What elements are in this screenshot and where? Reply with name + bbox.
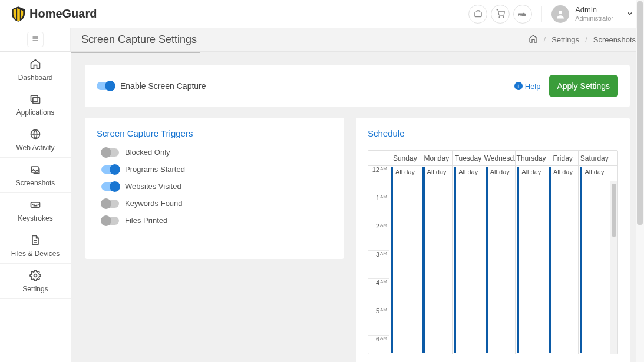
key-icon[interactable] [513, 5, 532, 24]
day-head-friday[interactable]: Friday [547, 151, 579, 165]
sidebar-item-web-activity[interactable]: Web Activity [0, 122, 71, 158]
tab-accent [71, 52, 200, 53]
day-head-sunday[interactable]: Sunday [389, 151, 421, 165]
avatar-icon [551, 5, 569, 23]
trigger-files-printed: Files Printed [97, 216, 332, 225]
shield-icon [12, 6, 25, 22]
allday-event[interactable]: All day [422, 167, 451, 353]
trigger-label: Programs Started [125, 165, 185, 174]
breadcrumb-screenshots[interactable]: Screenshots [593, 35, 636, 44]
triggers-title: Screen Capture Triggers [97, 128, 332, 138]
enable-label: Enable Screen Capture [120, 81, 206, 91]
trigger-label: Websites Visited [125, 182, 181, 191]
info-icon: i [514, 82, 523, 90]
allday-event[interactable]: All day [549, 167, 577, 353]
allday-event[interactable]: All day [391, 167, 420, 353]
trigger-toggle[interactable] [101, 182, 119, 191]
window-icon [29, 93, 41, 105]
svg-rect-16 [34, 205, 38, 206]
trigger-websites-visited: Websites Visited [97, 182, 332, 191]
sidebar-toggle[interactable] [0, 28, 71, 51]
schedule-title: Schedule [368, 128, 618, 138]
apply-settings-button[interactable]: Apply Settings [549, 75, 619, 97]
sidebar-item-label: Applications [16, 108, 55, 117]
sidebar-item-label: Settings [22, 285, 48, 293]
allday-event[interactable]: All day [454, 167, 483, 353]
page-scrollbar[interactable] [636, 0, 644, 362]
briefcase-icon[interactable] [468, 5, 487, 24]
svg-rect-0 [475, 12, 481, 16]
image-icon [29, 164, 41, 175]
user-role: Administrator [575, 15, 613, 22]
logo[interactable]: HomeGuard [12, 6, 97, 22]
sidebar-item-label: Web Activity [16, 144, 54, 152]
main-content: Enable Screen Capture iHelp Apply Settin… [71, 52, 644, 362]
svg-point-17 [34, 274, 37, 277]
day-col-monday[interactable]: All day [421, 166, 453, 354]
svg-point-1 [499, 17, 500, 18]
trigger-toggle[interactable] [101, 148, 119, 157]
sidebar-item-label: Files & Devices [11, 250, 60, 258]
sidebar-item-label: Screenshots [16, 179, 55, 187]
trigger-toggle[interactable] [101, 217, 119, 225]
day-col-saturday[interactable]: All day [579, 166, 610, 354]
sidebar-item-applications[interactable]: Applications [0, 87, 71, 122]
day-head-thursday[interactable]: Thursday [516, 151, 547, 165]
gear-icon [29, 270, 41, 281]
svg-rect-8 [33, 97, 40, 103]
schedule-scrollbar[interactable] [610, 181, 617, 354]
triggers-panel: Screen Capture Triggers Blocked Only Pro… [85, 118, 344, 259]
day-col-tuesday[interactable]: All day [453, 166, 484, 354]
trigger-blocked-only: Blocked Only [97, 148, 332, 157]
sidebar-item-label: Keystrokes [18, 214, 52, 222]
svg-point-14 [37, 204, 38, 205]
svg-point-13 [34, 204, 35, 205]
enable-toggle[interactable] [97, 82, 114, 90]
topbar: HomeGuard Admin Administrator [0, 0, 644, 28]
sidebar-item-files-devices[interactable]: Files & Devices [0, 228, 71, 264]
sidebar-item-keystrokes[interactable]: Keystrokes [0, 193, 71, 228]
day-col-sunday[interactable]: All day [389, 166, 421, 354]
day-head-saturday[interactable]: Saturday [579, 151, 610, 165]
breadcrumb: / Settings / Screenshots [529, 34, 636, 45]
day-col-wednesday[interactable]: All day [484, 166, 516, 354]
sidebar-item-dashboard[interactable]: Dashboard [0, 52, 71, 87]
secondary-bar: Screen Capture Settings / Settings / Scr… [0, 28, 644, 52]
breadcrumb-settings[interactable]: Settings [551, 35, 579, 44]
svg-point-3 [559, 11, 562, 14]
user-name: Admin [575, 6, 613, 14]
allday-event[interactable]: All day [517, 167, 546, 353]
day-col-friday[interactable]: All day [547, 166, 579, 354]
day-head-monday[interactable]: Monday [421, 151, 453, 165]
keyboard-icon [29, 199, 41, 211]
chevron-down-icon [626, 9, 633, 19]
sidebar-item-label: Dashboard [18, 74, 53, 82]
page-title: Screen Capture Settings [81, 34, 197, 46]
day-head-tuesday[interactable]: Tuesday [453, 151, 484, 165]
help-link[interactable]: iHelp [514, 82, 541, 91]
sidebar-item-screenshots[interactable]: Screenshots [0, 158, 71, 193]
svg-rect-7 [31, 95, 38, 101]
day-col-thursday[interactable]: All day [516, 166, 547, 354]
trigger-toggle[interactable] [101, 165, 119, 174]
home-icon[interactable] [529, 34, 538, 45]
globe-icon [29, 128, 41, 140]
user-menu[interactable]: Admin Administrator [551, 5, 637, 23]
day-head-wednesday[interactable]: Wednesd... [484, 151, 516, 165]
time-gutter: 12AM 1AM 2AM 3AM 4AM 5AM 6AM 7AM [368, 166, 389, 354]
cart-icon[interactable] [491, 5, 510, 24]
trigger-label: Keywords Found [125, 199, 183, 208]
brand-text: HomeGuard [29, 7, 97, 21]
svg-point-15 [38, 204, 39, 205]
sidebar-item-settings[interactable]: Settings [0, 264, 71, 299]
trigger-toggle[interactable] [101, 200, 119, 208]
allday-event[interactable]: All day [580, 167, 609, 353]
trigger-label: Files Printed [125, 216, 167, 225]
sidebar: Dashboard Applications Web Activity Scre… [0, 52, 71, 362]
svg-rect-11 [31, 202, 40, 207]
trigger-programs-started: Programs Started [97, 165, 332, 174]
schedule-grid[interactable]: Sunday Monday Tuesday Wednesd... Thursda… [368, 150, 618, 354]
schedule-panel: Schedule Sunday Monday Tuesday Wednesd..… [356, 118, 630, 362]
allday-event[interactable]: All day [486, 167, 514, 353]
file-icon [29, 234, 41, 246]
